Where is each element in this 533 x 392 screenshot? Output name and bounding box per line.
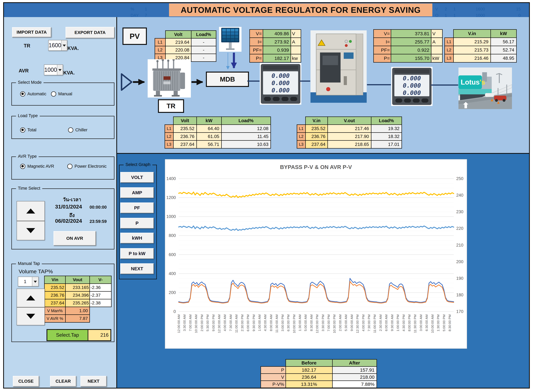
table-cell: 218.00 [332, 374, 377, 381]
debug-value: 1600 [462, 6, 499, 12]
select-graph-title: Select Graph [124, 162, 152, 167]
import-data-button[interactable]: IMPORT DATA [12, 27, 51, 37]
table-header-cell: Vin [44, 276, 66, 284]
time-down-button[interactable] [17, 221, 45, 240]
avr-kva-value: 1000 [44, 65, 57, 75]
x-tick-label: 12:30:00 PM [356, 314, 359, 333]
table-row: V236.64218.00 [261, 374, 377, 381]
x-tick-label: 7:00:00 PM [327, 314, 330, 331]
export-data-button[interactable]: EXPORT DATA [66, 27, 114, 38]
dropdown-arrow-icon [57, 65, 63, 75]
x-tick-label: 2:00:00 PM [200, 314, 204, 331]
bypass-vs-avr-chart: 0200400600800100012001400170180190200210… [165, 159, 467, 349]
graph-pf-button[interactable]: PF [120, 202, 154, 213]
time-up-button[interactable] [17, 201, 45, 221]
table-header-cell: V Man% [44, 307, 66, 315]
y-right-tick-label: 170 [456, 309, 463, 314]
y-right-tick-label: 180 [456, 293, 463, 297]
y-right-tick-label: 220 [456, 226, 463, 231]
radio-label: Magnetic AVR [27, 164, 54, 169]
diagram-connections [117, 17, 529, 153]
tap-number-dropdown[interactable]: 1 [18, 277, 39, 286]
before-after-summary-table: BeforeAfterP182.17157.91V236.64218.00P-V… [261, 359, 377, 388]
debug-value: 1 [145, 6, 156, 12]
avr-kva-unit: KVA. [63, 70, 75, 76]
graph-p-button[interactable]: P [120, 218, 154, 229]
from-date: 31/01/2024 [55, 204, 82, 210]
table-cell: -2.36 [90, 284, 111, 291]
table-header-cell: Before [286, 359, 332, 367]
chart-plot-area: 0200400600800100012001400170180190200210… [165, 159, 467, 348]
clear-button[interactable]: CLEAR [50, 376, 76, 387]
radio-icon [67, 164, 72, 169]
tr-kva-dropdown[interactable]: 1600 [48, 40, 67, 51]
x-tick-label: 3:00:00 PM [281, 314, 284, 331]
tr-kva-value: 1600 [49, 40, 61, 50]
y-right-tick-label: 190 [456, 276, 463, 281]
x-tick-label: 8:00:00 PM [408, 314, 411, 331]
radio-label: Manual [58, 92, 72, 96]
radio-manual[interactable]: Manual [51, 91, 72, 97]
y-right-tick-label: 250 [456, 176, 463, 181]
x-tick-label: 5:30:00 PM [206, 314, 209, 331]
on-avr-button[interactable]: ON AVR [53, 231, 96, 246]
next-button[interactable]: NEXT [80, 376, 107, 387]
table-cell: 235.265 [66, 299, 90, 307]
avr-type-title: AVR Type [16, 154, 39, 159]
x-tick-label: 1:00:00 AM [258, 314, 261, 331]
radio-magnetic-avr[interactable]: Magnetic AVR [20, 164, 54, 169]
x-tick-label: 11:30:00 PM [413, 314, 417, 333]
graph-amp-button[interactable]: AMP [120, 187, 154, 198]
to-date: 06/02/2024 [55, 218, 82, 224]
y-right-tick-label: 200 [456, 259, 463, 264]
series-on-avr-v [179, 226, 454, 230]
radio-automatic[interactable]: Automatic [20, 91, 46, 97]
graph-kwh-button[interactable]: kWH [120, 233, 154, 243]
x-tick-label: 6:30:00 AM [425, 314, 428, 331]
table-cell: -2.37 [90, 291, 111, 299]
radio-label: Automatic [27, 92, 46, 96]
x-tick-label: 10:30:00 AM [194, 314, 198, 333]
table-cell: 237.64 [44, 299, 66, 307]
graph-p-to-kw-button[interactable]: P to kW [120, 248, 154, 259]
x-tick-label: 6:00:00 AM [384, 314, 388, 331]
table-cell: 234.396 [66, 291, 90, 299]
radio-icon [51, 91, 56, 97]
time-select-title: Time Select [16, 186, 42, 191]
graph-volt-button[interactable]: VOLT [120, 172, 154, 183]
close-button[interactable]: CLOSE [13, 376, 39, 387]
radio-icon [68, 127, 73, 133]
x-tick-label: 7:30:00 PM [367, 314, 371, 331]
y-left-tick-label: 1000 [166, 214, 176, 219]
tap-down-button[interactable] [17, 307, 45, 325]
dropdown-arrow-icon [61, 40, 67, 50]
table-cell: 236.64 [286, 374, 332, 381]
table-row: P182.17157.91 [261, 367, 377, 374]
debug-value: 2 [445, 6, 453, 12]
manual-tap-title: Manual Tap [16, 261, 42, 266]
avr-kva-dropdown[interactable]: 1000 [44, 65, 63, 75]
radio-label: Power Electronic [75, 164, 107, 169]
radio-power-electronic[interactable]: Power Electronic [67, 164, 107, 169]
tap-up-button[interactable] [17, 289, 45, 307]
x-tick-label: 8:30:00 AM [309, 314, 313, 331]
x-tick-label: 6:30:00 PM [286, 314, 290, 331]
graph-next-button[interactable]: NEXT [120, 263, 154, 274]
date-time-caption: วัน-เวลา [48, 196, 96, 203]
table: BeforeAfterP182.17157.91V236.64218.00P-V… [261, 359, 377, 388]
x-tick-label: 3:00:00 AM [419, 314, 423, 331]
x-tick-label: 2:30:00 PM [240, 314, 244, 331]
y-right-tick-label: 210 [456, 243, 463, 247]
table-header-cell [261, 359, 286, 367]
table-cell: 235.52 [44, 284, 66, 291]
radio-chiller[interactable]: Chiller [68, 127, 87, 133]
x-tick-label: 6:00:00 PM [246, 314, 250, 331]
up-arrow-icon [26, 295, 35, 300]
down-arrow-icon [26, 228, 35, 233]
select-tap-indicator: Select.Tap 216 [47, 329, 111, 341]
table-cell: 236.76 [44, 291, 66, 299]
table-cell: 233.165 [66, 284, 90, 291]
x-tick-label: 4:00:00 PM [362, 314, 365, 331]
radio-total[interactable]: Total [20, 127, 36, 133]
y-left-tick-label: 800 [169, 233, 176, 238]
